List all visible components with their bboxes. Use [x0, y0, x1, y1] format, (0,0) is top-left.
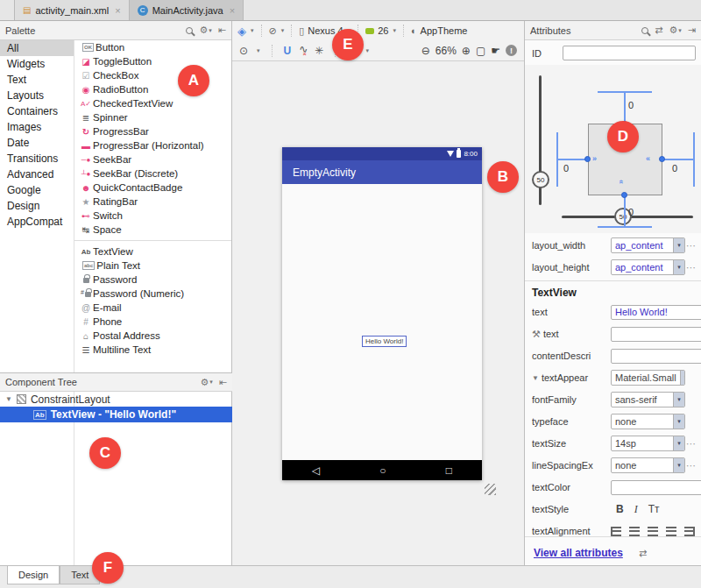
category-text[interactable]: Text [0, 72, 74, 88]
right-anchor-dot[interactable] [659, 156, 665, 162]
resize-handle[interactable] [485, 484, 496, 495]
zoom-in-icon[interactable]: ⊕ [462, 45, 471, 57]
text-appearance-combo[interactable]: Material.Small▾ [611, 370, 685, 386]
bottom-anchor-dot[interactable] [621, 192, 627, 198]
font-family-combo[interactable]: sans-serif▾ [611, 392, 685, 407]
category-appcompat[interactable]: AppCompat [0, 214, 74, 230]
palette-item-password[interactable]: Password [74, 273, 231, 287]
design-text-input[interactable] [611, 327, 701, 342]
view-options-icon[interactable]: ⊙ [239, 45, 248, 57]
view-all-attributes-link[interactable]: View all attributes [534, 547, 623, 559]
palette-item-multiline-text[interactable]: ☰Multiline Text [74, 343, 231, 357]
bold-toggle[interactable]: B [616, 503, 624, 516]
layout-height-combo[interactable]: ap_content▾ [611, 259, 685, 275]
collapse-panel-icon[interactable]: ⇥ [688, 25, 696, 36]
palette-item-progressbar[interactable]: ↻ProgressBar [74, 124, 231, 138]
palette-item-button[interactable]: OKButton [74, 40, 231, 54]
text-size-combo[interactable]: 14sp▾ [611, 436, 685, 451]
design-mode-tab[interactable]: Design [7, 566, 60, 584]
tab-activity-main-xml[interactable]: ▤ activity_main.xml × [14, 0, 130, 20]
text-input[interactable] [611, 305, 701, 320]
margin-right-value[interactable]: 0 [672, 163, 677, 174]
palette-item-space[interactable]: ↹Space [74, 223, 231, 237]
tree-expand-icon[interactable]: ▼ [5, 395, 12, 403]
palette-item-togglebutton[interactable]: ◪ToggleButton [74, 54, 231, 68]
gear-icon[interactable]: ⚙ [200, 377, 209, 388]
palette-item-seekbar[interactable]: ─●SeekBar [74, 152, 231, 166]
text-color-input[interactable] [611, 480, 701, 495]
tree-node-constraintlayout[interactable]: ▼ ConstraintLayout [0, 392, 232, 407]
search-icon[interactable] [641, 27, 648, 34]
search-icon[interactable] [186, 27, 193, 34]
align-view-end-icon[interactable] [684, 527, 695, 536]
close-icon[interactable]: × [230, 5, 235, 16]
palette-item-checkedtextview[interactable]: A✓CheckedTextView [74, 96, 231, 110]
all-caps-toggle[interactable]: Tᴛ [648, 503, 660, 516]
category-images[interactable]: Images [0, 119, 74, 135]
align-view-start-icon[interactable] [611, 527, 621, 536]
design-mode-icon[interactable]: ◈ [237, 25, 246, 38]
zoom-out-icon[interactable]: ⊖ [421, 45, 430, 57]
hello-world-textview[interactable]: Hello World! [362, 336, 407, 347]
align-left-icon[interactable] [629, 527, 640, 536]
theme-selector[interactable]: AppTheme [421, 25, 468, 36]
zoom-fit-icon[interactable]: ▢ [476, 45, 485, 57]
palette-item-password-numeric[interactable]: #Password (Numeric) [74, 287, 231, 301]
more-icon[interactable]: ⋯ [685, 262, 697, 273]
align-right-icon[interactable] [666, 527, 676, 536]
more-icon[interactable]: ⋯ [685, 460, 697, 471]
palette-item-ratingbar[interactable]: ★RatingBar [74, 195, 231, 209]
pan-icon[interactable]: ☛ [491, 45, 500, 57]
tree-expand-icon[interactable]: ▼ [532, 374, 539, 382]
palette-item-textview[interactable]: AbTextView [74, 244, 231, 259]
tab-mainactivity-java[interactable]: C MainActivity.java × [130, 0, 244, 20]
palette-item-spinner[interactable]: ≣Spinner [74, 110, 231, 124]
typeface-combo[interactable]: none▾ [611, 414, 685, 429]
category-layouts[interactable]: Layouts [0, 88, 74, 103]
gear-icon[interactable]: ⚙ [199, 25, 208, 36]
more-icon[interactable]: ⋯ [685, 438, 697, 450]
collapse-panel-icon[interactable]: ⇤ [218, 25, 226, 36]
gear-icon[interactable]: ⚙ [669, 25, 677, 36]
more-icon[interactable]: ⋯ [685, 240, 697, 251]
errors-icon[interactable]: ! [506, 45, 517, 56]
align-center-icon[interactable] [648, 527, 658, 536]
category-widgets[interactable]: Widgets [0, 56, 74, 72]
close-icon[interactable]: × [115, 5, 120, 16]
margin-top-value[interactable]: 0 [628, 100, 634, 110]
margin-bottom-value[interactable]: 0 [628, 207, 634, 217]
category-date[interactable]: Date [0, 135, 74, 151]
category-advanced[interactable]: Advanced [0, 166, 74, 182]
clear-constraints-icon[interactable]: ∿× [299, 43, 307, 57]
content-description-input[interactable] [611, 349, 701, 364]
autoconnect-icon[interactable]: U [284, 45, 292, 57]
palette-item-switch[interactable]: ⊷Switch [74, 209, 231, 223]
category-all[interactable]: All [0, 40, 74, 56]
swap-panel-icon[interactable]: ⇄ [655, 25, 662, 36]
layout-width-combo[interactable]: ap_content▾ [611, 237, 685, 253]
palette-item-progressbar-horizontal[interactable]: ▬ProgressBar (Horizontal) [74, 138, 231, 152]
tree-node-textview-selected[interactable]: Ab TextView - "Hello World!" [0, 407, 232, 422]
category-google[interactable]: Google [0, 182, 74, 198]
collapse-panel-icon[interactable]: ⇤ [219, 377, 227, 388]
category-design[interactable]: Design [0, 198, 74, 214]
category-containers[interactable]: Containers [0, 103, 74, 119]
palette-item-plain-text[interactable]: abcPlain Text [74, 259, 231, 273]
phone-preview[interactable]: 8:00 EmptyActivity Hello World! ◁ ○ □ [282, 147, 482, 480]
left-anchor-dot[interactable] [584, 156, 591, 162]
infer-constraints-icon[interactable]: ✳ [315, 45, 323, 57]
orientation-icon[interactable]: ⊘ [269, 25, 277, 37]
line-spacing-combo[interactable]: none▾ [611, 457, 685, 473]
vertical-bias-knob[interactable]: 50 [532, 171, 549, 188]
palette-item-postal-address[interactable]: ⌂Postal Address [74, 329, 231, 343]
italic-toggle[interactable]: I [634, 503, 638, 516]
layout-canvas[interactable]: Hello World! [282, 184, 482, 460]
palette-item-email[interactable]: @E-mail [74, 301, 231, 315]
id-input[interactable] [563, 46, 696, 60]
palette-item-seekbar-discrete[interactable]: ┴●SeekBar (Discrete) [74, 166, 231, 181]
category-transitions[interactable]: Transitions [0, 151, 74, 166]
api-level-selector[interactable]: 26 [378, 25, 388, 36]
margin-left-value[interactable]: 0 [563, 163, 569, 174]
palette-item-quickcontactbadge[interactable]: ☻QuickContactBadge [74, 181, 231, 195]
palette-item-phone[interactable]: #Phone [74, 315, 231, 329]
